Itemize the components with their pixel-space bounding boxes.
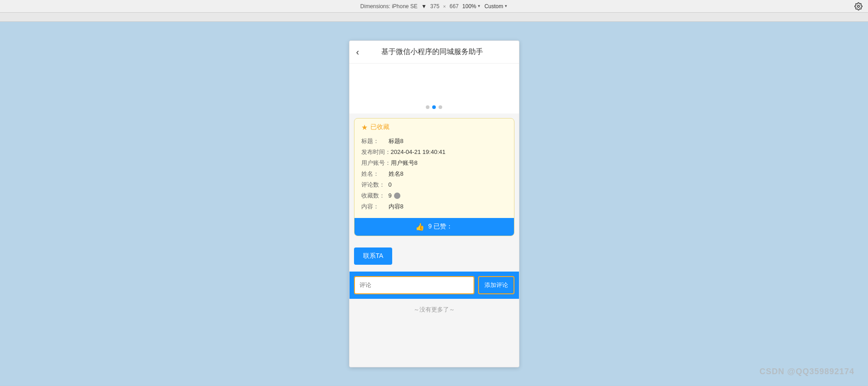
label-account: 用户账号： xyxy=(361,159,391,167)
like-icon: 👍 xyxy=(415,223,424,231)
carousel-dot-2 xyxy=(432,105,436,109)
carousel-area xyxy=(349,64,519,114)
card-row-name: 姓名： 姓名8 xyxy=(361,170,507,178)
like-count: 9 已赞： xyxy=(428,223,453,231)
page-title: 基于微信小程序的同城服务助手 xyxy=(364,47,500,57)
collected-label: 已收藏 xyxy=(370,123,389,131)
value-favorites: 9 xyxy=(389,192,392,199)
zoom-arrow: ▼ xyxy=(477,4,481,8)
like-bar[interactable]: 👍 9 已赞： xyxy=(354,218,514,236)
dimensions-arrow: ▼ xyxy=(421,3,427,10)
label-comments: 评论数： xyxy=(361,181,389,189)
card-header: ★ 已收藏 xyxy=(354,119,514,135)
dimensions-label: Dimensions: iPhone SE xyxy=(360,3,418,10)
gray-dot-indicator xyxy=(394,193,400,199)
settings-icon[interactable] xyxy=(853,1,863,11)
top-toolbar: Dimensions: iPhone SE ▼ 375 × 667 100% ▼… xyxy=(0,0,868,13)
label-time: 发布时间： xyxy=(361,148,391,156)
card-row-account: 用户账号： 用户账号8 xyxy=(361,159,507,167)
carousel-dot-1 xyxy=(426,105,429,109)
ruler-area xyxy=(0,13,868,22)
phone-frame: ‹ 基于微信小程序的同城服务助手 ★ 已收藏 xyxy=(349,40,519,367)
value-time: 2024-04-21 19:40:41 xyxy=(391,148,446,155)
x-separator: × xyxy=(443,4,446,9)
star-icon: ★ xyxy=(361,123,368,132)
label-content: 内容： xyxy=(361,203,389,211)
toolbar-right xyxy=(853,1,863,11)
custom-label: Custom xyxy=(484,3,503,10)
card-row-favorites: 收藏数： 9 xyxy=(361,192,507,200)
contact-section: 联系TA xyxy=(349,241,519,272)
label-favorites: 收藏数： xyxy=(361,192,389,200)
svg-point-0 xyxy=(858,5,860,7)
back-button[interactable]: ‹ xyxy=(356,47,359,57)
width-value: 375 xyxy=(430,3,439,10)
card-row-title: 标题： 标题8 xyxy=(361,137,507,145)
comment-area: 添加评论 xyxy=(349,272,519,299)
phone-header: ‹ 基于微信小程序的同城服务助手 xyxy=(349,41,519,64)
contact-button[interactable]: 联系TA xyxy=(354,247,393,265)
value-title: 标题8 xyxy=(389,137,404,145)
comment-input[interactable] xyxy=(354,276,474,294)
value-comments: 0 xyxy=(389,181,392,188)
toolbar-center: Dimensions: iPhone SE ▼ 375 × 667 100% ▼… xyxy=(360,3,508,10)
label-title: 标题： xyxy=(361,137,389,145)
no-more-text: ～没有更多了～ xyxy=(349,299,519,321)
value-name: 姓名8 xyxy=(389,170,404,178)
card-body: 标题： 标题8 发布时间： 2024-04-21 19:40:41 用户账号： … xyxy=(354,135,514,218)
card-row-content: 内容： 内容8 xyxy=(361,203,507,211)
card-row-time: 发布时间： 2024-04-21 19:40:41 xyxy=(361,148,507,156)
carousel-dots xyxy=(426,105,442,109)
value-content: 内容8 xyxy=(389,203,404,211)
value-account: 用户账号8 xyxy=(391,159,418,167)
carousel-dot-3 xyxy=(439,105,442,109)
phone-body[interactable]: ★ 已收藏 标题： 标题8 发布时间： 2024-04-21 19:40:41 … xyxy=(349,64,519,367)
zoom-value: 100% xyxy=(462,3,476,10)
main-area: ‹ 基于微信小程序的同城服务助手 ★ 已收藏 xyxy=(0,22,868,386)
label-name: 姓名： xyxy=(361,170,389,178)
card-row-comments: 评论数： 0 xyxy=(361,181,507,189)
add-comment-button[interactable]: 添加评论 xyxy=(478,276,514,294)
dimensions-dropdown[interactable]: ▼ xyxy=(421,3,427,10)
height-value: 667 xyxy=(449,3,459,10)
custom-dropdown[interactable]: Custom ▼ xyxy=(484,3,508,10)
zoom-dropdown[interactable]: 100% ▼ xyxy=(462,3,481,10)
custom-arrow: ▼ xyxy=(504,4,508,8)
watermark: CSDN @QQ359892174 xyxy=(759,367,854,376)
content-card: ★ 已收藏 标题： 标题8 发布时间： 2024-04-21 19:40:41 … xyxy=(354,118,514,236)
